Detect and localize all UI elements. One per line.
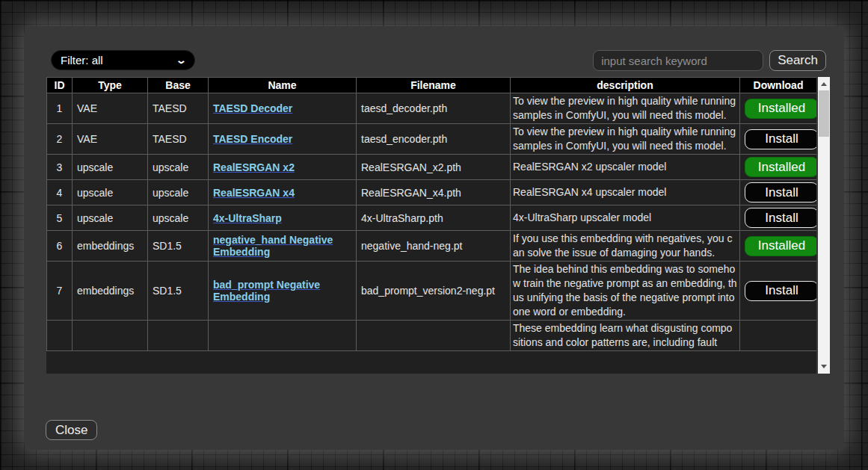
model-name-link[interactable]: 4x-UltraSharp	[213, 212, 282, 224]
table-row: 2 VAE TAESD TAESD Encoder taesd_encoder.…	[47, 124, 817, 155]
cell-id: 6	[47, 231, 73, 262]
cell-filename: taesd_decoder.pth	[357, 93, 511, 124]
column-header-id: ID	[47, 78, 73, 93]
table-row: 6 embeddings SD1.5 negative_hand Negativ…	[47, 231, 817, 262]
table-row: 1 VAE TAESD TAESD Decoder taesd_decoder.…	[47, 93, 817, 124]
models-table: ID Type Base Name Filename description D…	[46, 77, 816, 351]
cell-type	[73, 321, 148, 351]
chevron-down-icon: ⌄	[176, 55, 187, 65]
cell-type: embeddings	[73, 231, 148, 262]
column-header-download: Download	[740, 78, 817, 93]
cell-download: Installed	[740, 231, 817, 262]
cell-filename: negative_hand-neg.pt	[357, 231, 511, 262]
search-bar: Search	[593, 50, 826, 71]
cell-id: 4	[47, 180, 73, 205]
cell-id: 1	[47, 93, 73, 124]
cell-download: Installed	[740, 155, 817, 180]
installed-button[interactable]: Installed	[745, 236, 816, 256]
cell-filename: 4x-UltraSharp.pth	[357, 205, 511, 231]
cell-base	[148, 321, 209, 351]
scroll-down-icon[interactable]	[821, 365, 827, 368]
table-row: 4 upscale upscale RealESRGAN x4 RealESRG…	[47, 180, 817, 205]
cell-type: VAE	[73, 93, 148, 124]
cell-description: RealESRGAN x2 upscaler model	[511, 155, 740, 180]
cell-base: SD1.5	[148, 231, 209, 262]
cell-description: To view the preview in high quality whil…	[511, 93, 740, 124]
model-name-link[interactable]: RealESRGAN x4	[213, 187, 295, 199]
cell-base: upscale	[148, 155, 209, 180]
cell-base: SD1.5	[148, 262, 209, 321]
cell-description: To view the preview in high quality whil…	[511, 124, 740, 155]
cell-download: Install	[740, 124, 817, 155]
installed-button[interactable]: Installed	[745, 99, 816, 119]
cell-name: negative_hand Negative Embedding	[209, 231, 357, 262]
cell-type: upscale	[73, 155, 148, 180]
cell-description: RealESRGAN x4 upscaler model	[511, 180, 740, 205]
table-header-row: ID Type Base Name Filename description D…	[47, 78, 817, 93]
cell-download: Install	[740, 180, 817, 205]
cell-id: 2	[47, 124, 73, 155]
cell-description: The idea behind this embedding was to so…	[511, 262, 740, 321]
table-row: These embedding learn what disgusting co…	[47, 321, 817, 351]
table-scrollbar[interactable]	[818, 77, 830, 374]
cell-name: 4x-UltraSharp	[209, 205, 357, 231]
cell-type: embeddings	[73, 262, 148, 321]
cell-name: TAESD Encoder	[209, 124, 357, 155]
cell-filename: RealESRGAN_x4.pth	[357, 180, 511, 205]
install-button[interactable]: Install	[745, 182, 816, 202]
scrollbar-thumb[interactable]	[819, 90, 829, 137]
scroll-up-icon[interactable]	[821, 82, 827, 86]
cell-name	[209, 321, 357, 351]
models-table-viewport: ID Type Base Name Filename description D…	[46, 77, 816, 374]
cell-type: upscale	[73, 205, 148, 231]
cell-base: TAESD	[148, 93, 209, 124]
cell-type: VAE	[73, 124, 148, 155]
column-header-filename: Filename	[357, 78, 511, 93]
cell-filename: bad_prompt_version2-neg.pt	[357, 262, 511, 321]
cell-type: upscale	[73, 180, 148, 205]
cell-id: 7	[47, 262, 73, 321]
cell-name: RealESRGAN x2	[209, 155, 357, 180]
cell-base: TAESD	[148, 124, 209, 155]
cell-description: If you use this embedding with negatives…	[511, 231, 740, 262]
close-button[interactable]: Close	[46, 420, 97, 440]
cell-download	[740, 321, 817, 351]
cell-download: Install	[740, 205, 817, 231]
install-button[interactable]: Install	[745, 208, 816, 228]
install-button[interactable]: Install	[745, 129, 816, 149]
column-header-type: Type	[73, 78, 148, 93]
model-name-link[interactable]: TAESD Encoder	[213, 133, 292, 145]
cell-download: Installed	[740, 93, 817, 124]
cell-description: These embedding learn what disgusting co…	[511, 321, 740, 351]
cell-name: bad_prompt Negative Embedding	[209, 262, 357, 321]
filter-dropdown[interactable]: Filter: all ⌄	[51, 50, 195, 70]
column-header-base: Base	[148, 78, 209, 93]
cell-filename: RealESRGAN_x2.pth	[357, 155, 511, 180]
table-row: 3 upscale upscale RealESRGAN x2 RealESRG…	[47, 155, 817, 180]
cell-id	[47, 321, 73, 351]
model-name-link[interactable]: TAESD Decoder	[213, 102, 292, 114]
cell-filename: taesd_encoder.pth	[357, 124, 511, 155]
cell-base: upscale	[148, 180, 209, 205]
cell-download: Install	[740, 262, 817, 321]
model-name-link[interactable]: bad_prompt Negative Embedding	[213, 279, 320, 303]
cell-filename	[357, 321, 511, 351]
table-row: 7 embeddings SD1.5 bad_prompt Negative E…	[47, 262, 817, 321]
install-models-dialog: Filter: all ⌄ Search ID Type Base Name F…	[24, 26, 844, 450]
cell-name: RealESRGAN x4	[209, 180, 357, 205]
filter-dropdown-value: Filter: all	[61, 54, 103, 67]
model-name-link[interactable]: negative_hand Negative Embedding	[213, 234, 333, 258]
installed-button[interactable]: Installed	[745, 157, 816, 177]
table-row: 5 upscale upscale 4x-UltraSharp 4x-Ultra…	[47, 205, 817, 231]
cell-description: 4x-UltraSharp upscaler model	[511, 205, 740, 231]
cell-id: 5	[47, 205, 73, 231]
column-header-description: description	[511, 78, 740, 93]
cell-id: 3	[47, 155, 73, 180]
cell-base: upscale	[148, 205, 209, 231]
search-input[interactable]	[593, 50, 763, 71]
model-name-link[interactable]: RealESRGAN x2	[213, 161, 295, 173]
column-header-name: Name	[209, 78, 357, 93]
search-button[interactable]: Search	[769, 50, 826, 71]
cell-name: TAESD Decoder	[209, 93, 357, 124]
install-button[interactable]: Install	[745, 281, 816, 301]
